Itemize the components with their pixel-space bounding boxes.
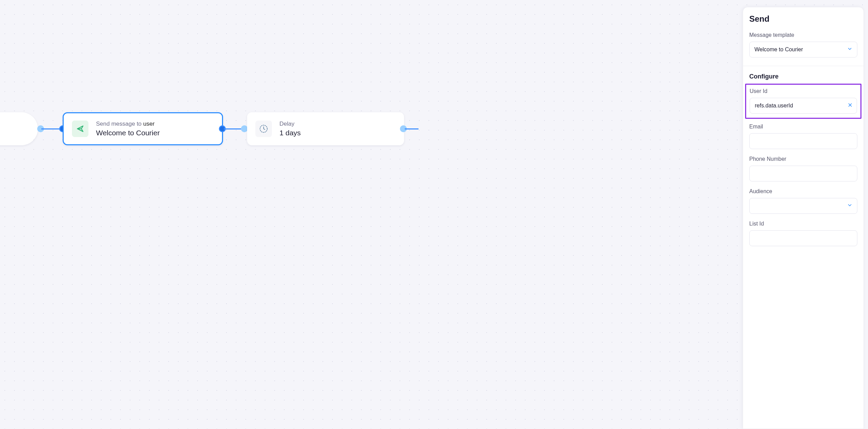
phone-input[interactable] <box>749 166 857 181</box>
panel-section-configure: Configure User Id Email Phone Number <box>743 66 864 256</box>
user-id-label: User Id <box>750 88 857 94</box>
clock-icon <box>255 121 272 137</box>
email-input[interactable] <box>749 133 857 149</box>
audience-select[interactable] <box>749 198 857 214</box>
workflow-node-delay[interactable]: Delay 1 days <box>247 112 404 145</box>
config-panel: Send Message template Welcome to Courier… <box>743 7 864 429</box>
workflow-node-partial[interactable] <box>0 112 38 145</box>
message-template-label: Message template <box>749 32 857 38</box>
list-id-input[interactable] <box>749 230 857 246</box>
list-id-label: List Id <box>749 221 857 227</box>
send-node-template: Welcome to Courier <box>96 129 160 137</box>
panel-title: Send <box>749 14 857 24</box>
user-id-input[interactable] <box>750 98 857 114</box>
delay-node-value: 1 days <box>279 129 301 137</box>
email-label: Email <box>749 124 857 130</box>
user-id-highlight: User Id <box>745 84 861 119</box>
delay-node-label: Delay <box>279 121 301 127</box>
panel-section-send: Send Message template Welcome to Courier <box>743 7 864 66</box>
send-node-label: Send message to user <box>96 121 160 127</box>
send-icon <box>72 121 88 137</box>
clear-icon[interactable] <box>847 102 853 109</box>
connector-input-dot[interactable] <box>241 125 248 132</box>
message-template-select[interactable]: Welcome to Courier <box>749 42 857 57</box>
workflow-canvas[interactable]: Send message to user Welcome to Courier … <box>0 0 868 429</box>
message-template-value: Welcome to Courier <box>754 46 803 53</box>
workflow-node-send[interactable]: Send message to user Welcome to Courier <box>63 112 223 145</box>
configure-title: Configure <box>749 73 857 80</box>
phone-label: Phone Number <box>749 156 857 162</box>
audience-label: Audience <box>749 188 857 195</box>
connector-line <box>405 128 419 129</box>
